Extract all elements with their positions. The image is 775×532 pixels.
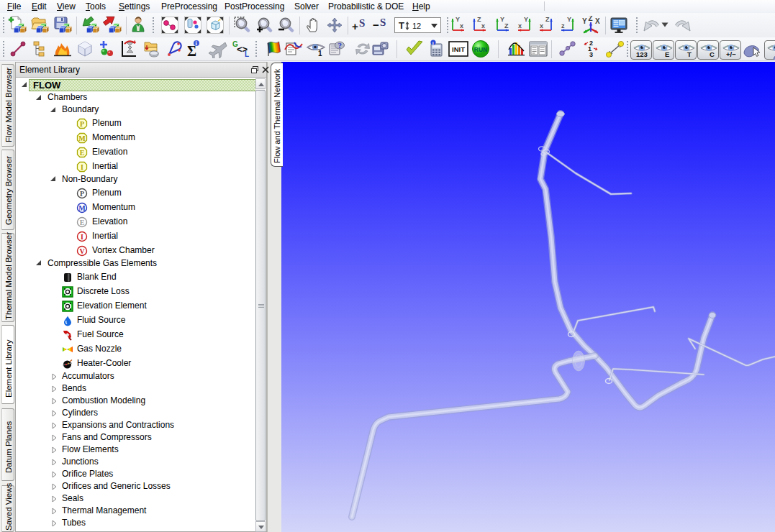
svg-text:?: ? xyxy=(338,41,343,50)
svg-text:x: x xyxy=(518,22,522,29)
svg-text:I: I xyxy=(81,163,83,171)
svg-text:I: I xyxy=(81,232,83,240)
svg-text:INIT: INIT xyxy=(452,45,465,53)
svg-text:RUN: RUN xyxy=(474,46,487,53)
svg-text:x: x xyxy=(540,22,543,29)
svg-text:E: E xyxy=(80,218,85,226)
svg-text:Z: Z xyxy=(589,16,593,22)
svg-text:Y: Y xyxy=(567,16,571,23)
svg-text:+: + xyxy=(352,20,358,32)
svg-text:V: V xyxy=(79,247,85,254)
svg-text:L: L xyxy=(245,50,249,58)
svg-text:X: X xyxy=(595,17,600,25)
svg-text:x: x xyxy=(460,22,463,29)
svg-text:Z: Z xyxy=(504,22,509,29)
svg-text:z: z xyxy=(561,22,565,29)
svg-text:x: x xyxy=(481,22,485,29)
svg-text:S: S xyxy=(359,17,365,29)
svg-text:M: M xyxy=(78,134,86,142)
svg-text:M: M xyxy=(78,203,86,211)
svg-text:1: 1 xyxy=(318,50,322,58)
svg-text:Z: Z xyxy=(545,16,550,23)
svg-text:S: S xyxy=(380,17,386,28)
svg-text:P: P xyxy=(80,120,84,128)
svg-text:E: E xyxy=(80,149,85,157)
svg-text:Y: Y xyxy=(582,17,587,25)
svg-text:Y: Y xyxy=(524,16,528,23)
svg-text:3: 3 xyxy=(589,51,593,58)
svg-text:i: i xyxy=(432,40,434,46)
svg-text:P: P xyxy=(80,189,84,197)
svg-text:−: − xyxy=(373,19,379,31)
